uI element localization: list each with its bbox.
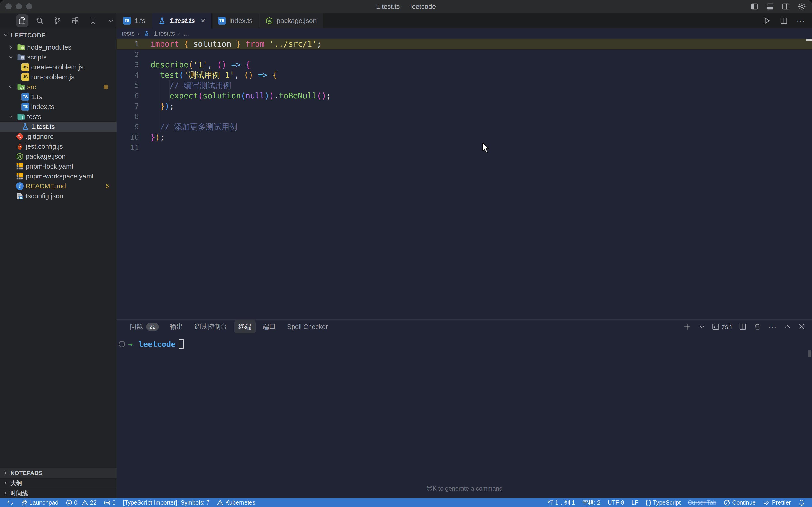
code-line-9: 9 // 添加更多测试用例 bbox=[117, 122, 812, 132]
panel-tab-终端[interactable]: 终端 bbox=[234, 320, 256, 334]
code-editor[interactable]: 1import { solution } from '../src/1';23d… bbox=[117, 39, 812, 319]
modified-dot-badge bbox=[104, 84, 108, 90]
sidebar: LEETCODE node_modulesscriptsJScreate-pro… bbox=[0, 13, 117, 498]
tab-package.json[interactable]: JSpackage.json bbox=[259, 13, 323, 29]
split-editor-button[interactable] bbox=[780, 17, 788, 25]
status-encoding[interactable]: UTF-8 bbox=[604, 499, 628, 506]
maximize-panel-button[interactable] bbox=[784, 323, 791, 330]
line-number: 9 bbox=[117, 122, 139, 132]
panel-tab-端口[interactable]: 端口 bbox=[259, 320, 280, 334]
sidebar-section-label: NOTEPADS bbox=[10, 469, 43, 476]
status-label: Continue bbox=[732, 499, 756, 506]
tree-item-README.md[interactable]: iREADME.md6 bbox=[0, 181, 117, 191]
run-button[interactable] bbox=[763, 16, 771, 25]
status-remote-indicator[interactable] bbox=[3, 499, 17, 506]
status-prettier[interactable]: Prettier bbox=[759, 499, 795, 506]
status-label: 空格: 2 bbox=[582, 499, 600, 507]
more-panel-actions-button[interactable]: ⋯ bbox=[768, 325, 777, 329]
status-kubernetes[interactable]: Kubernetes bbox=[213, 499, 259, 506]
tree-item-index.ts[interactable]: TSindex.ts bbox=[0, 102, 117, 112]
sidebar-section-2[interactable]: 时间线 bbox=[0, 488, 117, 498]
tree-item-label: 1.test.ts bbox=[31, 123, 55, 130]
tree-item-src[interactable]: src bbox=[0, 82, 117, 92]
tree-item-label: src bbox=[27, 83, 36, 91]
tree-item-.gitignore[interactable]: .gitignore bbox=[0, 131, 117, 142]
tab-1.ts[interactable]: TS1.ts bbox=[117, 13, 152, 29]
panel-tab-输出[interactable]: 输出 bbox=[166, 320, 187, 334]
toggle-panel-button[interactable] bbox=[766, 2, 774, 11]
more-actions-button[interactable]: ⋯ bbox=[797, 18, 806, 23]
breadcrumb-item[interactable]: … bbox=[183, 30, 189, 37]
tree-item-jest.config.js[interactable]: jest.config.js bbox=[0, 142, 117, 152]
chevron-right-icon bbox=[9, 45, 13, 50]
panel-scrollbar[interactable] bbox=[808, 350, 811, 357]
status-launchpad[interactable]: Launchpad bbox=[17, 499, 62, 506]
explorer-section-header[interactable]: LEETCODE bbox=[0, 29, 117, 42]
bookmark-button[interactable] bbox=[87, 14, 99, 27]
terminal[interactable]: → leetcode ⌘K to generate a command bbox=[117, 334, 812, 498]
close-window-button[interactable] bbox=[5, 3, 11, 9]
tree-item-create-problem.js[interactable]: JScreate-problem.js bbox=[0, 62, 117, 72]
terminal-dropdown-button[interactable] bbox=[698, 323, 705, 330]
tree-item-scripts[interactable]: scripts bbox=[0, 52, 117, 62]
split-terminal-button[interactable] bbox=[739, 323, 747, 331]
breadcrumb-item[interactable]: 1.test.ts bbox=[154, 30, 175, 37]
tree-item-tsconfig.json[interactable]: TStsconfig.json bbox=[0, 191, 117, 201]
toggle-secondary-sidebar-button[interactable] bbox=[782, 2, 790, 11]
breadcrumb[interactable]: tests›1.test.ts›… bbox=[117, 29, 812, 39]
chevron-down-icon bbox=[3, 32, 8, 39]
chevron-down-icon bbox=[698, 323, 705, 330]
panel-tab-调试控制台[interactable]: 调试控制台 bbox=[190, 320, 231, 334]
status-label: 0 bbox=[112, 499, 115, 506]
close-panel-button[interactable] bbox=[798, 323, 806, 331]
panel-tab-label: 终端 bbox=[239, 322, 252, 331]
status-continue-extension[interactable]: Continue bbox=[720, 499, 759, 506]
tree-item-1.test.ts[interactable]: 1.test.ts bbox=[0, 122, 117, 131]
sidebar-section-1[interactable]: 大纲 bbox=[0, 478, 117, 488]
tree-item-pnpm-lock.yaml[interactable]: pnpm-lock.yaml bbox=[0, 161, 117, 171]
panel-tab-Spell Checker[interactable]: Spell Checker bbox=[283, 321, 332, 333]
status-problems[interactable]: 022 bbox=[62, 499, 100, 506]
toggle-primary-sidebar-button[interactable] bbox=[750, 2, 758, 11]
tree-item-tests[interactable]: tests bbox=[0, 112, 117, 122]
mouse-cursor bbox=[482, 143, 491, 154]
warning-icon bbox=[217, 499, 223, 506]
close-tab-icon[interactable]: × bbox=[201, 16, 205, 25]
minimize-window-button[interactable] bbox=[16, 3, 22, 9]
tab-1.test.ts[interactable]: 1.test.ts× bbox=[152, 13, 212, 29]
status-cursor-tab-toggle[interactable]: Cursor Tab bbox=[684, 499, 720, 506]
extensions-button[interactable] bbox=[69, 14, 82, 27]
chevron-down-icon bbox=[9, 114, 13, 119]
status-notifications-bell[interactable] bbox=[795, 499, 809, 506]
window-controls bbox=[5, 3, 32, 9]
kill-terminal-button[interactable] bbox=[754, 323, 761, 331]
tree-item-run-problem.js[interactable]: JSrun-problem.js bbox=[0, 72, 117, 82]
source-control-button[interactable] bbox=[52, 14, 64, 27]
sidebar-section-0[interactable]: NOTEPADS bbox=[0, 468, 117, 478]
tab-index.ts[interactable]: TSindex.ts bbox=[212, 13, 259, 29]
explorer-button[interactable] bbox=[16, 14, 28, 27]
shell-label[interactable]: zsh bbox=[712, 323, 732, 331]
zoom-window-button[interactable] bbox=[26, 3, 32, 9]
status-ts-importer[interactable]: [TypeScript Importer]: Symbols: 7 bbox=[119, 499, 213, 506]
info-icon: i bbox=[16, 182, 24, 190]
breadcrumb-item[interactable]: tests bbox=[122, 30, 135, 37]
error-circle-icon bbox=[66, 499, 72, 506]
status-ports-forwarded[interactable]: 0 bbox=[100, 499, 119, 506]
panel-tab-问题[interactable]: 问题22 bbox=[126, 320, 163, 334]
status-indentation[interactable]: 空格: 2 bbox=[578, 499, 604, 507]
tree-item-node_modules[interactable]: node_modules bbox=[0, 42, 117, 52]
chevron-down-button[interactable] bbox=[105, 14, 117, 27]
source-control-icon bbox=[53, 17, 62, 25]
new-terminal-button[interactable] bbox=[683, 323, 692, 331]
tree-item-pnpm-workspace.yaml[interactable]: pnpm-workspace.yaml bbox=[0, 171, 117, 181]
settings-button[interactable] bbox=[798, 2, 806, 11]
search-button[interactable] bbox=[34, 14, 46, 27]
status-language-mode[interactable]: { }TypeScript bbox=[642, 499, 684, 506]
tree-item-1.ts[interactable]: TS1.ts bbox=[0, 92, 117, 102]
launchpad-icon bbox=[21, 499, 28, 506]
status-eol[interactable]: LF bbox=[628, 499, 642, 506]
tree-item-package.json[interactable]: JSpackage.json bbox=[0, 152, 117, 161]
status-label: Launchpad bbox=[29, 499, 58, 506]
status-cursor-position[interactable]: 行 1，列 1 bbox=[544, 499, 578, 507]
